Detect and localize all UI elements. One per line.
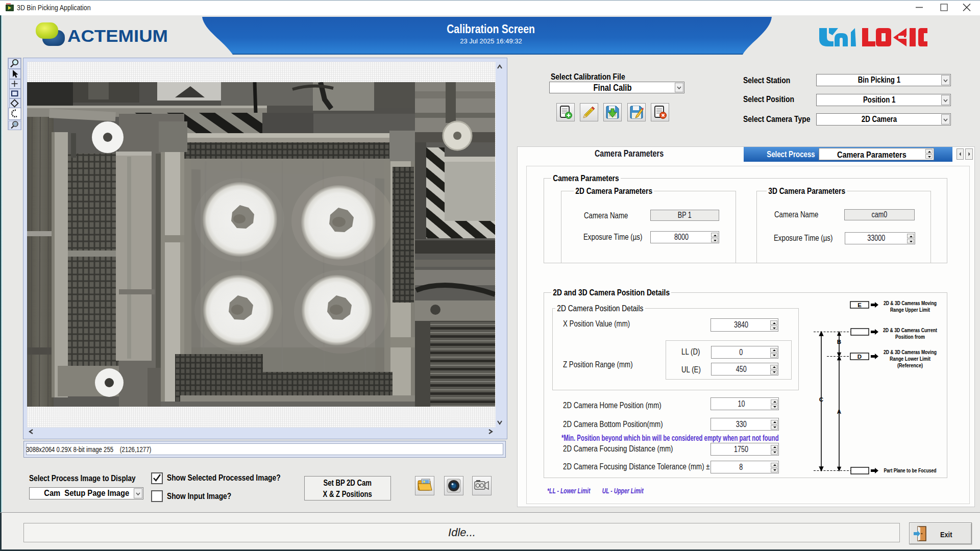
svg-text:Position from: Position from bbox=[895, 334, 925, 340]
svg-text:Range Upper Limit: Range Upper Limit bbox=[890, 307, 930, 313]
svg-text:E: E bbox=[857, 302, 862, 308]
svg-text:ACTEMIUM: ACTEMIUM bbox=[67, 26, 168, 45]
svg-text:2D & 3D Cameras Moving: 2D & 3D Cameras Moving bbox=[884, 349, 937, 355]
svg-text:(Reference): (Reference) bbox=[897, 362, 923, 368]
svg-text:Range Lower Limit: Range Lower Limit bbox=[890, 356, 930, 362]
svg-text:2D & 3D Cameras Current: 2D & 3D Cameras Current bbox=[883, 327, 937, 333]
svg-text:D: D bbox=[857, 354, 862, 360]
svg-text:Part Plane to be Focused: Part Plane to be Focused bbox=[884, 467, 937, 473]
svg-text:2D & 3D Cameras Moving: 2D & 3D Cameras Moving bbox=[884, 300, 937, 306]
